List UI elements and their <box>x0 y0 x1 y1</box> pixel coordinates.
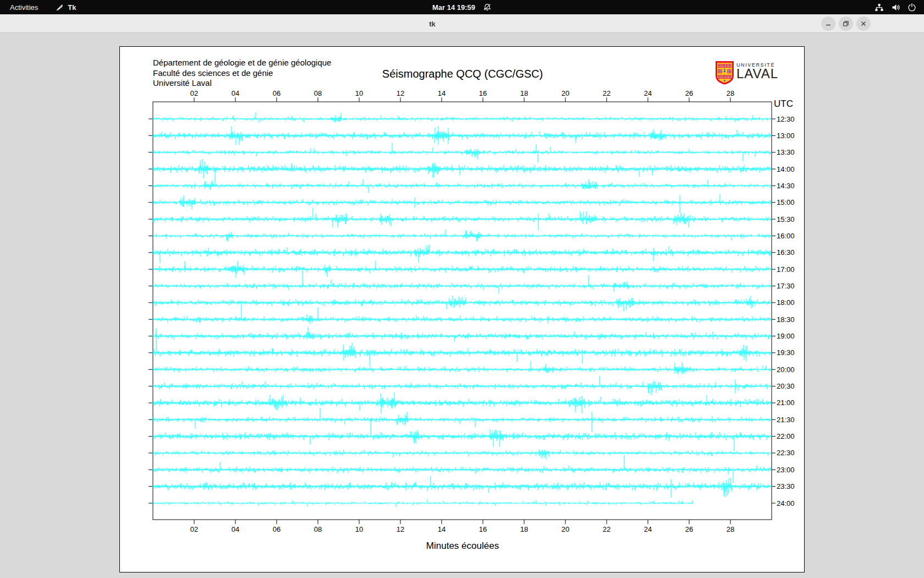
seismogram-trace <box>153 304 771 324</box>
seismogram-trace <box>153 449 771 460</box>
x-axis-title: Minutes écoulées <box>120 541 805 552</box>
seismogram-trace <box>153 168 771 193</box>
x-tick-label-bottom: 16 <box>479 525 487 533</box>
seismogram-trace <box>153 126 771 145</box>
x-tick-label-top: 02 <box>190 89 198 97</box>
trace-time-label: 20:00 <box>777 366 795 374</box>
seismogram-trace <box>153 159 771 178</box>
trace-time-label: 20:30 <box>777 382 795 390</box>
x-tick-label-top: 26 <box>685 89 693 97</box>
seismogram-trace <box>153 392 771 413</box>
x-tick-label-top: 04 <box>232 89 239 97</box>
seismogram-trace <box>153 296 771 312</box>
close-button[interactable] <box>856 17 871 31</box>
x-tick-label-bottom: 06 <box>273 525 280 533</box>
x-tick-label-top: 06 <box>273 89 280 97</box>
trace-time-label: 23:00 <box>777 466 795 474</box>
trace-time-label: 16:30 <box>777 248 795 257</box>
seismogram-trace <box>153 244 771 263</box>
restore-button[interactable] <box>839 17 853 31</box>
utc-label: UTC <box>774 99 793 109</box>
trace-time-label: 21:00 <box>777 399 795 407</box>
trace-time-label: 23:30 <box>777 482 795 490</box>
tk-feather-icon <box>56 3 64 12</box>
clock-label: Mar 14 19:59 <box>432 3 475 12</box>
minimize-button[interactable] <box>821 17 835 31</box>
trace-time-label: 16:00 <box>777 232 795 240</box>
activities-button[interactable]: Activities <box>0 0 48 14</box>
x-tick-label-top: 14 <box>438 89 446 97</box>
power-icon <box>908 3 916 12</box>
trace-time-label: 24:00 <box>777 499 795 508</box>
x-tick-label-bottom: 10 <box>355 525 363 533</box>
trace-time-label: 15:30 <box>777 215 795 223</box>
seismogram-trace <box>153 230 771 242</box>
x-tick-label-top: 12 <box>397 89 404 97</box>
x-tick-label-bottom: 04 <box>232 525 239 533</box>
trace-time-label: 14:00 <box>777 165 795 173</box>
window-titlebar[interactable]: tk <box>0 14 924 33</box>
volume-icon <box>891 3 900 12</box>
seismogram-trace <box>153 275 771 294</box>
activities-label: Activities <box>10 3 38 12</box>
network-wired-icon <box>875 3 884 12</box>
x-tick-label-bottom: 24 <box>644 525 652 533</box>
trace-time-label: 12:30 <box>777 115 795 123</box>
seismogram-trace <box>153 194 771 212</box>
x-tick-label-bottom: 28 <box>727 525 734 533</box>
trace-time-label: 21:30 <box>777 416 795 424</box>
x-tick-label-bottom: 22 <box>603 525 610 533</box>
x-tick-label-bottom: 26 <box>685 525 693 533</box>
trace-time-label: 13:30 <box>777 148 795 156</box>
seismogram-trace <box>153 112 771 123</box>
plot-frame <box>153 102 772 520</box>
seismogram-trace <box>153 361 771 375</box>
system-status-area[interactable] <box>875 0 919 14</box>
gnome-top-bar: Activities Tk Mar 14 19:59 <box>0 0 924 14</box>
x-tick-label-top: 22 <box>603 89 610 97</box>
trace-time-label: 22:30 <box>777 449 795 457</box>
x-tick-label-top: 24 <box>644 89 652 97</box>
app-indicator-label: Tk <box>68 3 76 12</box>
trace-time-label: 19:30 <box>777 348 795 357</box>
tk-window-background: Département de géologie et de génie géol… <box>0 34 924 578</box>
seismogram-trace <box>153 328 771 367</box>
seismogram-trace <box>153 143 771 162</box>
trace-time-label: 14:30 <box>777 182 795 190</box>
seismograph-canvas: Département de géologie et de génie géol… <box>119 46 805 572</box>
trace-time-label: 22:00 <box>777 432 795 440</box>
window-title: tk <box>429 19 436 28</box>
app-indicator-tk[interactable]: Tk <box>56 0 76 14</box>
seismogram-trace <box>153 376 771 395</box>
seismogram-trace <box>153 408 771 432</box>
bell-muted-icon <box>483 3 492 12</box>
seismogram-trace <box>153 327 771 342</box>
trace-time-label: 18:30 <box>777 315 795 324</box>
x-tick-label-bottom: 02 <box>190 525 198 533</box>
seismogram-trace <box>153 421 771 451</box>
x-tick-label-top: 08 <box>314 89 322 97</box>
trace-time-label: 15:00 <box>777 198 795 206</box>
x-tick-label-bottom: 18 <box>520 525 528 533</box>
trace-time-label: 17:30 <box>777 282 795 290</box>
trace-time-label: 13:00 <box>777 132 795 140</box>
x-tick-label-bottom: 20 <box>562 525 569 533</box>
seismogram-trace <box>153 476 771 498</box>
x-tick-label-top: 10 <box>355 89 363 97</box>
x-tick-label-top: 20 <box>562 89 569 97</box>
seismogram-trace <box>153 499 693 507</box>
trace-time-label: 17:00 <box>777 265 795 274</box>
x-tick-label-bottom: 08 <box>314 525 322 533</box>
x-tick-label-top: 16 <box>479 89 487 97</box>
x-tick-label-bottom: 12 <box>397 525 404 533</box>
clock-menu[interactable]: Mar 14 19:59 <box>432 0 492 14</box>
seismogram-trace <box>153 208 771 230</box>
trace-time-label: 18:00 <box>777 298 795 307</box>
x-tick-label-top: 18 <box>520 89 528 97</box>
trace-time-label: 19:00 <box>777 332 795 340</box>
seismograph-plot: 0202040406060808101012121414161618182020… <box>120 47 804 572</box>
x-tick-label-top: 28 <box>727 89 734 97</box>
seismogram-trace <box>153 261 771 285</box>
x-tick-label-bottom: 14 <box>438 525 446 533</box>
seismogram-trace <box>153 455 771 483</box>
